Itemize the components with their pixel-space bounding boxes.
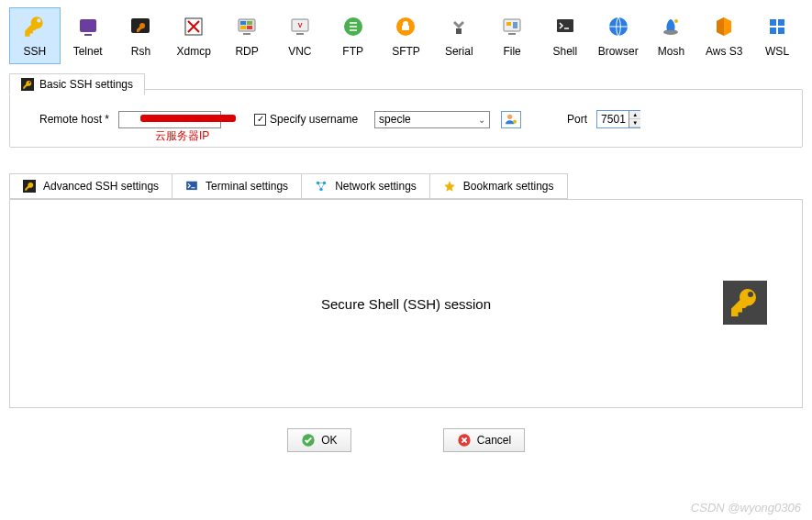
checkbox-icon: ✓ [254, 114, 266, 126]
port-input[interactable]: 7501 ▲ ▼ [596, 110, 640, 128]
shell-icon [552, 14, 578, 39]
ftp-icon [340, 14, 366, 39]
session-type-ssh[interactable]: SSH [9, 7, 61, 64]
terminal-icon [185, 180, 198, 193]
tool-label: Xdmcp [177, 45, 211, 58]
svg-rect-5 [240, 21, 246, 25]
session-type-rsh[interactable]: Rsh [116, 7, 167, 64]
basic-ssh-settings-panel: Basic SSH settings Remote host * ✓ Speci… [9, 89, 803, 148]
ssh-key-badge [723, 281, 767, 325]
form-row: Remote host * ✓ Specify username specle … [25, 110, 787, 128]
tab-bookmark[interactable]: Bookmark settings [430, 173, 568, 199]
dialog-buttons: OK Cancel [0, 428, 812, 452]
svg-rect-8 [247, 26, 252, 29]
rdp-icon [234, 14, 260, 39]
tab-label: Network settings [335, 180, 417, 193]
tool-label: RDP [235, 45, 258, 58]
watermark: CSDN @wyong0306 [691, 501, 801, 514]
tab-terminal[interactable]: Terminal settings [172, 173, 302, 199]
session-type-rdp[interactable]: RDP [221, 7, 273, 64]
session-type-shell[interactable]: Shell [539, 7, 591, 64]
key-icon [729, 286, 762, 319]
tool-label: Telnet [73, 45, 103, 58]
tool-icon [23, 180, 36, 193]
tab-label: Bookmark settings [463, 180, 554, 193]
button-label: OK [321, 434, 337, 447]
spinner-up-icon[interactable]: ▲ [629, 111, 640, 119]
key-icon [22, 14, 48, 39]
user-manage-button[interactable] [501, 111, 521, 128]
close-circle-icon [457, 433, 472, 448]
tab-advanced-ssh[interactable]: Advanced SSH settings [9, 173, 172, 199]
file-icon [499, 14, 525, 39]
star-icon [443, 180, 456, 193]
session-type-xdmcp[interactable]: Xdmcp [168, 7, 219, 64]
sftp-icon [393, 14, 418, 39]
session-type-mosh[interactable]: Mosh [646, 7, 697, 64]
ok-button[interactable]: OK [287, 428, 351, 452]
remote-host-input[interactable] [118, 111, 221, 128]
settings-tabs: Advanced SSH settings Terminal settings … [9, 173, 803, 199]
session-type-ftp[interactable]: FTP [328, 7, 379, 64]
session-type-wsl[interactable]: WSL [751, 7, 803, 64]
serial-icon [446, 14, 472, 39]
svg-point-31 [513, 120, 517, 124]
svg-point-23 [674, 19, 678, 23]
session-type-telnet[interactable]: Telnet [62, 7, 114, 64]
specify-username-checkbox[interactable]: ✓ Specify username [254, 113, 358, 126]
network-icon [315, 180, 328, 193]
svg-rect-9 [243, 33, 250, 35]
tool-label: Rsh [131, 45, 150, 58]
session-type-file[interactable]: File [486, 7, 538, 64]
svg-rect-26 [770, 28, 776, 34]
session-type-serial[interactable]: Serial [433, 7, 484, 64]
tool-label: Aws S3 [706, 45, 742, 58]
port-label: Port [567, 113, 587, 126]
svg-rect-6 [247, 21, 252, 25]
vnc-icon: V [287, 14, 313, 39]
session-title: Secure Shell (SSH) session [321, 296, 491, 312]
session-type-browser[interactable]: Browser [593, 7, 644, 64]
session-type-toolbar: SSH Telnet Rsh Xdmcp RDP V VNC FTP [0, 0, 812, 78]
tool-label: SFTP [392, 45, 420, 58]
port-value: 7501 [601, 113, 626, 126]
tool-label: Mosh [658, 45, 684, 58]
svg-rect-4 [239, 19, 255, 31]
rsh-icon [128, 14, 153, 39]
svg-rect-15 [456, 28, 462, 34]
svg-rect-33 [186, 182, 197, 190]
browser-icon [606, 14, 631, 39]
mosh-icon [658, 14, 684, 39]
svg-rect-25 [778, 19, 784, 26]
check-circle-icon [301, 433, 316, 448]
wsl-icon [764, 14, 790, 39]
button-label: Cancel [477, 434, 511, 447]
telnet-icon [75, 14, 101, 39]
svg-rect-24 [770, 19, 776, 26]
svg-rect-17 [506, 22, 511, 26]
svg-point-30 [507, 115, 512, 119]
checkbox-label: Specify username [270, 113, 358, 126]
svg-rect-0 [80, 19, 96, 32]
tool-label: Browser [598, 45, 639, 58]
username-select[interactable]: specle ⌄ [374, 111, 490, 128]
session-type-vnc[interactable]: V VNC [274, 7, 326, 64]
spinner-down-icon[interactable]: ▼ [629, 119, 640, 127]
basic-ssh-settings-tab: Basic SSH settings [9, 73, 145, 95]
tool-label: VNC [288, 45, 311, 58]
cancel-button[interactable]: Cancel [443, 428, 525, 452]
svg-rect-1 [84, 34, 92, 36]
key-icon [21, 78, 34, 91]
session-content-panel: Secure Shell (SSH) session [9, 199, 803, 408]
user-icon [504, 112, 518, 127]
chevron-down-icon: ⌄ [478, 115, 485, 125]
session-type-aws-s3[interactable]: Aws S3 [698, 7, 750, 64]
tab-network[interactable]: Network settings [302, 173, 430, 199]
tool-label: FTP [342, 45, 363, 58]
tool-label: File [503, 45, 520, 58]
tool-label: WSL [765, 45, 789, 58]
port-spinner[interactable]: ▲ ▼ [628, 111, 640, 127]
session-type-sftp[interactable]: SFTP [381, 7, 432, 64]
annotation-text: 云服务器IP [155, 128, 209, 144]
tool-label: Serial [445, 45, 473, 58]
